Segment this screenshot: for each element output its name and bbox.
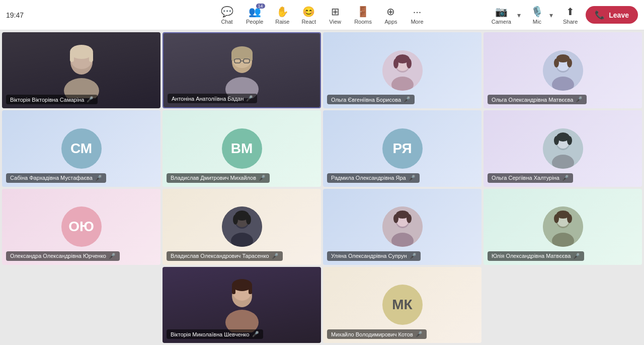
camera-group: 📷 Camera ▾ — [488, 4, 523, 27]
camera-dropdown-chevron[interactable]: ▾ — [515, 9, 523, 21]
svg-point-34 — [554, 136, 559, 145]
mic-icon: 🎙️ — [531, 6, 543, 18]
mic-indicator-p9: 🎤 — [109, 253, 116, 259]
tile-p9: ОЮ Олександра Олександрівна Юрченко 🎤 — [2, 189, 160, 265]
tile-p10: Владислав Олександрович Тарасенко 🎤 — [163, 189, 321, 265]
svg-point-27 — [554, 58, 559, 67]
name-label-p14: Михайло Володимирович Котов 🎤 — [327, 329, 427, 339]
apps-icon: ⊕ — [386, 6, 395, 18]
mic-indicator-p3: 🎤 — [404, 96, 411, 103]
svg-rect-61 — [232, 285, 235, 294]
avatar-p4 — [543, 50, 583, 91]
mic-indicator-p11: 🎤 — [410, 253, 417, 259]
more-icon: ··· — [413, 6, 422, 18]
mic-indicator-p5: 🎤 — [95, 175, 102, 181]
raise-button[interactable]: ✋ Raise — [270, 4, 294, 27]
more-button[interactable]: ··· More — [405, 4, 429, 27]
name-label-p11: Уляна Олександрівна Супрун 🎤 — [327, 251, 421, 261]
name-label-p12: Юлія Олександрівна Матвєєва 🎤 — [488, 251, 584, 261]
tile-p8: Ольга Сергіівна Халтуріна 🎤 — [484, 110, 642, 186]
view-icon: ⊞ — [331, 6, 340, 18]
tile-p1: Вікторія Вікторівна Самаріна 🎤 — [2, 32, 160, 108]
name-label-p3: Ольга Євгеніївна Борисова 🎤 — [327, 95, 415, 104]
view-button[interactable]: ⊞ View — [323, 4, 347, 27]
tile-p6: ВМ Владислав Дмитрович Михайлов 🎤 — [163, 110, 321, 186]
tile-p7: РЯ Радмила Олександрівна Яра 🎤 — [323, 110, 481, 186]
name-label-p6: Владислав Дмитрович Михайлов 🎤 — [167, 173, 270, 183]
topbar: 19:47 💬 Chat 👥14 People ✋ Raise 😊 React — [0, 0, 644, 30]
svg-point-20 — [393, 58, 398, 68]
name-label-p4: Ольга Олександрівна Матвєєва 🎤 — [488, 95, 587, 104]
svg-point-21 — [407, 58, 412, 68]
tile-p14: МК Михайло Володимирович Котов 🎤 — [323, 267, 481, 343]
leave-button[interactable]: 📞 Leave — [586, 6, 638, 24]
avatar-p6: ВМ — [222, 128, 262, 169]
mic-indicator-p6: 🎤 — [259, 175, 266, 181]
name-label-p9: Олександра Олександрівна Юрченко 🎤 — [6, 251, 120, 261]
tile-p13: Вікторія Миколаївна Шевченко 🎤 — [163, 267, 321, 343]
svg-point-55 — [554, 214, 559, 223]
mic-indicator-p12: 🎤 — [573, 253, 580, 259]
toolbar: 💬 Chat 👥14 People ✋ Raise 😊 React ⊞ View — [215, 4, 429, 27]
share-icon: ⬆ — [566, 6, 575, 18]
name-label-p2: Антоніна Анатоліївна Бадан 🎤 — [168, 94, 257, 103]
name-label-p1: Вікторія Вікторівна Самаріна 🎤 — [6, 95, 98, 104]
svg-point-49 — [407, 214, 412, 223]
mic-indicator-p1: 🎤 — [87, 96, 94, 103]
avatar-p8 — [543, 128, 583, 169]
mic-indicator-p14: 🎤 — [416, 331, 423, 337]
svg-rect-4 — [70, 52, 74, 62]
svg-point-48 — [393, 214, 398, 223]
mic-button[interactable]: 🎙️ Mic — [527, 4, 547, 27]
tile-p4: Ольга Олександрівна Матвєєва 🎤 — [484, 32, 642, 108]
mic-dropdown-chevron[interactable]: ▾ — [547, 9, 555, 21]
chat-button[interactable]: 💬 Chat — [215, 4, 239, 27]
rooms-button[interactable]: 🚪 Rooms — [349, 4, 377, 27]
mic-indicator-p8: 🎤 — [562, 175, 569, 181]
svg-rect-62 — [249, 285, 252, 294]
svg-point-35 — [567, 136, 572, 145]
name-label-p13: Вікторія Миколаївна Шевченко 🎤 — [167, 329, 263, 339]
mic-indicator-p4: 🎤 — [576, 96, 583, 103]
leave-icon: 📞 — [595, 10, 605, 20]
mic-indicator-p2: 🎤 — [246, 95, 253, 102]
svg-point-41 — [233, 215, 238, 225]
svg-point-42 — [246, 215, 251, 225]
mic-indicator-p7: 🎤 — [409, 175, 416, 181]
name-label-p10: Владислав Олександрович Тарасенко 🎤 — [167, 251, 283, 261]
tile-p3: Ольга Євгеніївна Борисова 🎤 — [323, 32, 481, 108]
svg-point-56 — [567, 214, 572, 223]
chat-icon: 💬 — [221, 6, 233, 18]
name-label-p7: Радмила Олександрівна Яра 🎤 — [327, 173, 420, 183]
mic-group: 🎙️ Mic ▾ — [527, 4, 555, 27]
tile-p12: Юлія Олександрівна Матвєєва 🎤 — [484, 189, 642, 265]
react-icon: 😊 — [302, 6, 315, 18]
raise-icon: ✋ — [276, 6, 289, 18]
apps-button[interactable]: ⊕ Apps — [379, 4, 403, 27]
toolbar-right: 📷 Camera ▾ 🎙️ Mic ▾ ⬆ Share 📞 Leave — [488, 4, 638, 27]
avatar-p12 — [543, 206, 583, 247]
avatar-p14: МК — [382, 285, 423, 325]
avatar-p5: СМ — [61, 128, 102, 169]
share-button[interactable]: ⬆ Share — [559, 4, 582, 27]
mic-indicator-p13: 🎤 — [252, 331, 259, 337]
mic-indicator-p10: 🎤 — [272, 253, 279, 259]
tile-p5: СМ Сабіна Фархадівна Мустафаєва 🎤 — [2, 110, 160, 186]
name-label-p8: Ольга Сергіівна Халтуріна 🎤 — [488, 173, 573, 183]
avatar-p11 — [382, 206, 423, 247]
svg-point-28 — [567, 58, 572, 67]
rooms-icon: 🚪 — [357, 6, 369, 18]
people-button[interactable]: 👥14 People — [241, 4, 268, 27]
avatar-p3 — [382, 50, 423, 91]
avatar-p9: ОЮ — [61, 206, 102, 247]
avatar-p7: РЯ — [382, 128, 423, 169]
time-display: 19:47 — [6, 11, 24, 19]
camera-icon: 📷 — [495, 6, 508, 18]
video-grid: Вікторія Вікторівна Самаріна 🎤 Антоніна … — [0, 30, 644, 345]
tile-p2: Антоніна Анатоліївна Бадан 🎤 — [163, 32, 321, 108]
people-icon: 👥14 — [249, 6, 261, 18]
camera-button[interactable]: 📷 Camera — [488, 4, 515, 27]
svg-rect-5 — [89, 52, 93, 62]
react-button[interactable]: 😊 React — [296, 4, 321, 27]
avatar-p10 — [222, 206, 262, 247]
